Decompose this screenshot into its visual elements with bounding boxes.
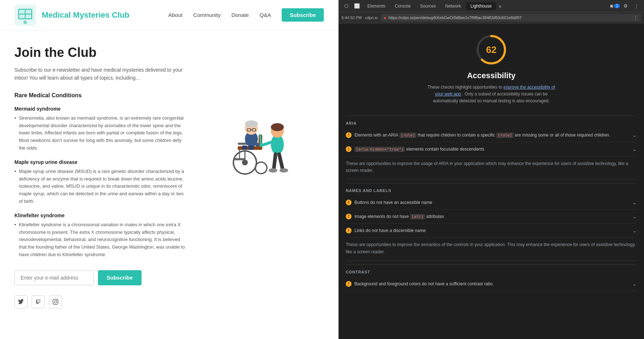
svg-point-31 — [269, 168, 277, 173]
names-labels-section: NAMES AND LABELS ! Buttons do not have a… — [339, 179, 644, 261]
devtools-notification-icon[interactable]: ▣ 1 — [610, 1, 620, 11]
lighthouse-score-number: 62 — [486, 44, 497, 55]
svg-point-5 — [23, 21, 27, 24]
names-audit-text-3: Links do not have a discernible name — [354, 227, 630, 234]
devtools-addressbar: 6:44:52 PM · cdpn.io ● https://cdpn.io/p… — [339, 12, 644, 23]
aria-audit-item-1[interactable]: ! Elements with an ARIA [role] that requ… — [346, 128, 637, 143]
url-more-icon[interactable]: ⋮ — [633, 15, 638, 21]
condition-klinefelter-item: Klinefelter syndrome is a chromosomal va… — [14, 221, 187, 259]
contrast-section-label: CONTRAST — [346, 264, 637, 277]
svg-line-29 — [274, 154, 276, 170]
chevron-icon-2: ⌄ — [632, 146, 637, 152]
devtools-settings-icon[interactable]: ⚙ — [621, 1, 630, 11]
warn-icon-5: ! — [346, 228, 352, 233]
contrast-audit-item-1[interactable]: ! Background and foreground colors do no… — [346, 277, 637, 291]
aria-audit-text-1: Elements with an ARIA [role] that requir… — [354, 132, 630, 139]
chevron-icon-1: ⌄ — [632, 132, 637, 138]
svg-point-7 — [242, 160, 248, 165]
section-title: Rare Medical Conditions — [14, 92, 187, 99]
chevron-icon-6: ⌄ — [632, 281, 637, 287]
devtools-right-icons: ▣ 1 ⚙ ⋮ — [610, 1, 641, 11]
condition-mermaid-text: Sirenomelia, also known as mermaid syndr… — [19, 115, 187, 152]
intro-text: Subscribe to our e-newsletter and have m… — [14, 66, 187, 82]
devtools-topbar: ⬡ ⬜ Elements Console Sources Network Lig… — [339, 0, 644, 12]
nav-links: About Community Donate Q&A Subscribe — [168, 12, 324, 18]
lighthouse-subtitle: These checks highlight opportunities to … — [423, 84, 560, 105]
main-content: Join the Club Subscribe to our e-newslet… — [0, 31, 338, 323]
devtools-tabs: Elements Console Sources Network Lightho… — [363, 2, 609, 10]
nav-subscribe-button[interactable]: Subscribe — [282, 8, 324, 22]
wheelchair-illustration — [202, 92, 303, 179]
svg-point-32 — [279, 168, 288, 173]
svg-rect-23 — [249, 146, 254, 150]
website-panel: Medical Mysteries Club About Community D… — [0, 0, 339, 339]
nav-community[interactable]: Community — [193, 12, 221, 18]
subtitle-text1: These checks highlight opportunities to — [428, 85, 502, 90]
email-input[interactable] — [14, 270, 94, 285]
names-audit-item-1[interactable]: ! Buttons do not have an accessible name… — [346, 196, 637, 210]
devtools-more-icon[interactable]: ⋮ — [632, 1, 641, 11]
navigation: Medical Mysteries Club About Community D… — [0, 0, 338, 31]
aria-section-label: ARIA — [346, 116, 637, 128]
devtools-time: 6:44:52 PM · cdpn.io — [341, 15, 378, 20]
devtools-url-bar[interactable]: ● https://cdpn.io/pen/debug/KKebGwO/0d8e… — [381, 14, 641, 22]
nav-about[interactable]: About — [168, 12, 182, 18]
subscribe-button[interactable]: Subscribe — [98, 270, 142, 285]
svg-line-30 — [279, 154, 283, 170]
content-area: Rare Medical Conditions Mermaid syndrome… — [14, 92, 324, 308]
twitch-icon[interactable] — [32, 295, 45, 308]
warn-icon-2: ! — [346, 146, 352, 152]
nav-qa[interactable]: Q&A — [260, 12, 271, 18]
tab-more[interactable]: » — [497, 3, 504, 10]
warn-icon-6: ! — [346, 281, 352, 287]
names-audit-item-3[interactable]: ! Links do not have a discernible name ⌄ — [346, 224, 637, 238]
tab-sources[interactable]: Sources — [416, 2, 440, 10]
tab-elements[interactable]: Elements — [363, 2, 390, 10]
condition-klinefelter-title: Klinefelter syndrome — [14, 213, 187, 218]
page-title: Join the Club — [14, 45, 324, 60]
tab-console[interactable]: Console — [390, 2, 415, 10]
contrast-section: CONTRAST ! Background and foreground col… — [339, 261, 644, 291]
condition-maple-text: Maple syrup urine disease (MSUD) is a ra… — [19, 168, 187, 205]
brand-name: Medical Mysteries Club — [42, 10, 129, 20]
instagram-icon[interactable] — [49, 295, 62, 308]
warn-icon-3: ! — [346, 200, 352, 205]
devtools-inspect-icon[interactable]: ⬡ — [341, 1, 351, 11]
warn-icon-4: ! — [346, 214, 352, 219]
condition-mermaid-item: Sirenomelia, also known as mermaid syndr… — [14, 115, 187, 152]
twitter-icon[interactable] — [14, 295, 27, 308]
names-audit-text-2: Image elements do not have [alt] attribu… — [354, 213, 630, 220]
logo-icon — [14, 4, 36, 26]
lighthouse-score-circle: 62 — [475, 34, 507, 66]
names-audit-item-2[interactable]: ! Image elements do not have [alt] attri… — [346, 210, 637, 224]
devtools-panel: ⬡ ⬜ Elements Console Sources Network Lig… — [339, 0, 644, 339]
nav-donate[interactable]: Donate — [231, 12, 249, 18]
tab-network[interactable]: Network — [441, 2, 465, 10]
subscribe-area: Subscribe — [14, 270, 187, 285]
tab-lighthouse[interactable]: Lighthouse — [466, 2, 496, 10]
aria-section: ARIA ! Elements with an ARIA [role] that… — [339, 112, 644, 179]
illustration-column — [202, 92, 303, 308]
condition-maple-title: Maple syrup urine disease — [14, 159, 187, 165]
aria-description: These are opportunities to improve the u… — [346, 157, 637, 179]
svg-point-26 — [271, 123, 284, 131]
social-icons — [14, 295, 187, 308]
svg-point-17 — [245, 120, 258, 128]
svg-line-27 — [261, 142, 272, 146]
names-labels-section-label: NAMES AND LABELS — [346, 183, 637, 196]
lighthouse-score-section: 62 Accessibility These checks highlight … — [339, 23, 644, 112]
names-audit-text-1: Buttons do not have an accessible name — [354, 199, 630, 206]
text-column: Rare Medical Conditions Mermaid syndrome… — [14, 92, 187, 308]
chevron-icon-5: ⌄ — [632, 228, 637, 233]
chevron-icon-4: ⌄ — [632, 214, 637, 219]
aria-audit-item-2[interactable]: ! [aria-hidden="true"] elements contain … — [346, 142, 637, 157]
chevron-icon-3: ⌄ — [632, 200, 637, 205]
condition-mermaid-title: Mermaid syndrome — [14, 106, 187, 112]
svg-line-28 — [260, 135, 261, 146]
devtools-device-icon[interactable]: ⬜ — [352, 1, 362, 11]
svg-rect-14 — [234, 158, 245, 160]
names-labels-description: These are opportunities to improve the s… — [346, 238, 637, 260]
condition-maple-item: Maple syrup urine disease (MSUD) is a ra… — [14, 168, 187, 205]
warn-icon-1: ! — [346, 132, 352, 138]
svg-rect-22 — [242, 146, 247, 150]
